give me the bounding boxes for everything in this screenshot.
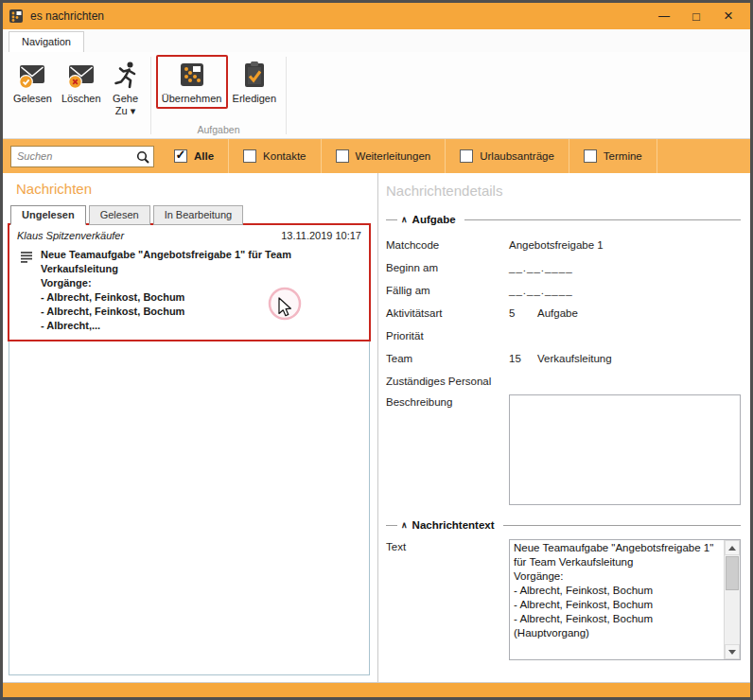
tab-navigation[interactable]: Navigation <box>9 31 84 52</box>
weiterleitungen-label: Weiterleitungen <box>356 150 431 162</box>
uebernehmen-button[interactable]: Übernehmen <box>156 55 228 109</box>
app-logo-icon <box>9 9 24 24</box>
urlaubsantraege-label: Urlaubsanträge <box>480 150 554 162</box>
ribbon-separator <box>286 57 287 134</box>
message-line: Neue Teamaufgabe "Angebotsfreigabe 1" fü… <box>41 248 361 276</box>
filter-termine[interactable]: Termine <box>569 139 657 173</box>
uebernehmen-label: Übernehmen <box>162 93 222 105</box>
field-faellig-am: Fällig am __.__.____ <box>386 279 741 302</box>
team-label: Team <box>386 353 509 364</box>
termine-label: Termine <box>604 150 642 162</box>
filter-alle[interactable]: Alle <box>160 139 229 173</box>
message-item[interactable]: Klaus Spitzenverkäufer 13.11.2019 10:17 … <box>8 223 371 341</box>
messages-heading: Nachrichten <box>16 181 370 197</box>
details-heading: Nachrichtendetails <box>386 183 741 199</box>
message-sender: Klaus Spitzenverkäufer <box>17 230 124 241</box>
aktivitaetsart-code[interactable]: 5 <box>509 307 537 319</box>
matchcode-value[interactable]: Angebotsfreigabe 1 <box>509 239 604 251</box>
group-label-aufgaben: Aufgaben <box>152 124 285 135</box>
filter-bar: Alle Kontakte Weiterleitungen Urlaubsant… <box>3 139 750 173</box>
text-label: Text <box>386 541 509 552</box>
ribbon: Gelesen Löschen Gehe Zu ▾ <box>3 52 750 139</box>
weiterleitungen-checkbox[interactable] <box>336 149 349 163</box>
kontakte-label: Kontakte <box>263 150 306 162</box>
erledigen-button[interactable]: Erledigen <box>228 55 281 109</box>
runner-icon <box>111 60 141 90</box>
messages-panel: Nachrichten Ungelesen Gelesen In Bearbei… <box>3 173 377 682</box>
text-scrollbar[interactable] <box>724 540 740 659</box>
beginn-am-value[interactable]: __.__.____ <box>509 262 573 273</box>
filter-kontakte[interactable]: Kontakte <box>229 139 321 173</box>
aktivitaetsart-value: Aufgabe <box>537 307 578 319</box>
beschreibung-label: Beschreibung <box>386 396 509 408</box>
loeschen-button[interactable]: Löschen <box>57 55 106 109</box>
messages-tabs: Ungelesen Gelesen In Bearbeitung <box>10 205 370 225</box>
faellig-am-label: Fällig am <box>386 285 509 296</box>
tab-in-bearbeitung[interactable]: In Bearbeitung <box>153 205 244 225</box>
scrollbar-track[interactable] <box>725 555 740 644</box>
message-line: Vorgänge: <box>41 276 361 290</box>
scrollbar-up-button[interactable] <box>725 540 740 555</box>
section-nachrichtentext-label: Nachrichtentext <box>412 519 495 531</box>
team-value: Verkaufsleitung <box>537 353 612 364</box>
field-aktivitaetsart: Aktivitätsart 5 Aufgabe <box>386 302 741 324</box>
filter-urlaubsantraege[interactable]: Urlaubsanträge <box>446 139 569 173</box>
section-nachrichtentext-header[interactable]: ∧ Nachrichtentext <box>386 519 741 531</box>
field-team: Team 15 Verkaufsleitung <box>386 347 741 370</box>
scrollbar-thumb[interactable] <box>726 556 739 590</box>
kontakte-checkbox[interactable] <box>243 149 256 163</box>
beginn-am-label: Beginn am <box>386 262 509 273</box>
gehe-zu-button[interactable]: Gehe Zu ▾ <box>106 55 146 121</box>
field-prioritaet: Priorität <box>386 324 741 347</box>
loeschen-label: Löschen <box>61 93 101 105</box>
ribbon-tabrow: Navigation <box>3 29 750 52</box>
section-line <box>386 525 397 526</box>
gehe-label: Gehe <box>113 93 138 105</box>
search-input[interactable] <box>11 147 153 166</box>
alle-checkbox[interactable] <box>174 149 187 163</box>
section-line <box>464 219 741 220</box>
section-line <box>386 219 397 220</box>
details-panel: Nachrichtendetails ∧ Aufgabe Matchcode A… <box>378 173 750 682</box>
text-content[interactable]: Neue Teamaufgabe "Angebotsfreigabe 1" fü… <box>510 540 724 659</box>
gelesen-label: Gelesen <box>13 93 52 105</box>
window-bottom-bar <box>3 682 750 697</box>
arrow-up-icon <box>728 546 736 551</box>
window-title: es nachrichten <box>30 9 104 23</box>
tab-gelesen[interactable]: Gelesen <box>89 205 150 225</box>
scrollbar-down-button[interactable] <box>725 644 740 659</box>
dropdown-arrow-icon: ▾ <box>131 105 136 116</box>
prioritaet-label: Priorität <box>386 330 509 341</box>
close-button[interactable]: × <box>712 4 744 28</box>
message-header: Klaus Spitzenverkäufer 13.11.2019 10:17 <box>17 230 361 241</box>
envelope-delete-icon <box>66 60 96 90</box>
termine-checkbox[interactable] <box>584 149 597 163</box>
titlebar: es nachrichten — □ × <box>3 3 750 29</box>
team-code[interactable]: 15 <box>509 353 537 364</box>
tab-ungelesen[interactable]: Ungelesen <box>10 205 86 225</box>
message-list: Klaus Spitzenverkäufer 13.11.2019 10:17 … <box>9 224 370 675</box>
message-text-icon <box>19 250 34 265</box>
gelesen-button[interactable]: Gelesen <box>9 55 57 109</box>
maximize-button[interactable]: □ <box>680 4 712 28</box>
clipboard-check-icon <box>239 60 270 90</box>
field-zustaendiges-personal: Zuständiges Personal <box>386 370 741 393</box>
ribbon-separator <box>150 57 151 134</box>
erledigen-label: Erledigen <box>233 93 276 105</box>
text-textarea[interactable]: Neue Teamaufgabe "Angebotsfreigabe 1" fü… <box>509 539 741 660</box>
section-aufgabe-header[interactable]: ∧ Aufgabe <box>386 214 741 225</box>
minimize-button[interactable]: — <box>648 4 680 28</box>
field-beschreibung: Beschreibung <box>386 394 741 505</box>
field-matchcode: Matchcode Angebotsfreigabe 1 <box>386 234 741 256</box>
chevron-up-icon[interactable]: ∧ <box>401 215 408 224</box>
urlaubsantraege-checkbox[interactable] <box>460 149 473 163</box>
message-text: Neue Teamaufgabe "Angebotsfreigabe 1" fü… <box>41 248 361 333</box>
chevron-up-icon[interactable]: ∧ <box>401 520 408 530</box>
beschreibung-textarea[interactable] <box>509 394 741 505</box>
filter-weiterleitungen[interactable]: Weiterleitungen <box>322 139 447 173</box>
envelope-check-icon <box>17 60 47 90</box>
alle-label: Alle <box>194 150 214 162</box>
personal-label: Zuständiges Personal <box>386 376 509 387</box>
search-icon[interactable] <box>135 149 150 165</box>
faellig-am-value[interactable]: __.__.____ <box>509 285 573 296</box>
